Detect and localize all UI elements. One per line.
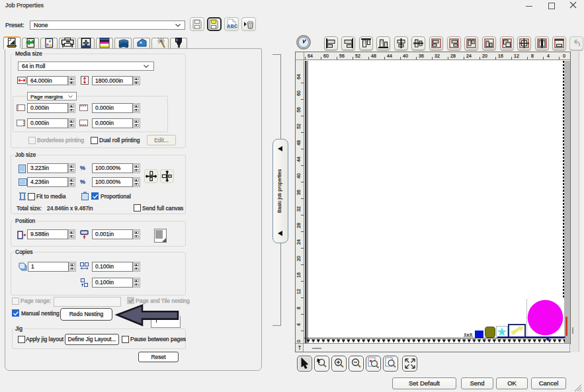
svg-text:ABC: ABC (227, 23, 238, 29)
